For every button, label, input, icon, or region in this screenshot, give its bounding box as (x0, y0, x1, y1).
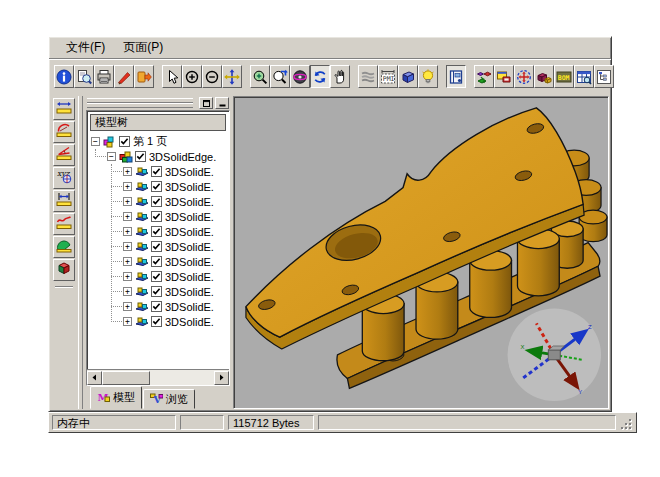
zoom-in-button[interactable] (182, 65, 202, 88)
print-preview-button[interactable] (74, 65, 94, 88)
tree-row-part-10[interactable]: +3DSolidE. (87, 314, 229, 329)
tree-node-label: 3DSolidE. (165, 256, 214, 268)
snapshot-button[interactable] (494, 65, 514, 88)
tree-row-part-1[interactable]: +3DSolidE. (87, 179, 229, 194)
checkbox[interactable] (151, 301, 162, 312)
expander-icon[interactable]: + (123, 182, 132, 191)
orbit-button[interactable] (290, 65, 310, 88)
dock-gripper[interactable] (86, 97, 229, 109)
expander-icon[interactable]: + (123, 167, 132, 176)
markup-pen-button[interactable] (114, 65, 134, 88)
toolbar-group (162, 65, 242, 88)
expander-icon[interactable]: − (91, 137, 100, 146)
measure-area-button[interactable] (53, 236, 75, 258)
expander-icon[interactable]: + (123, 287, 132, 296)
part-node-icon (135, 211, 149, 223)
tab-browse[interactable]: V浏览 (143, 389, 195, 409)
checkbox[interactable] (119, 136, 130, 147)
tree-row-part-0[interactable]: +3DSolidE. (87, 164, 229, 179)
tree-row-part-9[interactable]: +3DSolidE. (87, 299, 229, 314)
checkbox[interactable] (151, 271, 162, 282)
checkbox[interactable] (151, 256, 162, 267)
expander-icon[interactable]: + (123, 317, 132, 326)
pmi-icon: PMI (380, 69, 396, 85)
dock-hide-button[interactable] (215, 97, 229, 109)
measure-radius-button[interactable] (53, 121, 75, 143)
checkbox[interactable] (151, 181, 162, 192)
assembly-node-icon (119, 151, 133, 163)
tree-row-part-8[interactable]: +3DSolidE. (87, 284, 229, 299)
axis-triad: Z Y X (508, 309, 602, 402)
part-node-icon (135, 241, 149, 253)
pan-hand-button[interactable] (330, 65, 350, 88)
bom-button[interactable]: BOM (554, 65, 574, 88)
viewport-3d[interactable]: Z Y X (233, 96, 609, 409)
info-button[interactable] (54, 65, 74, 88)
dock-float-button[interactable] (199, 97, 213, 109)
part-node-icon (135, 196, 149, 208)
zoom-window-button[interactable] (250, 65, 270, 88)
scroll-thumb[interactable] (102, 371, 150, 385)
checkbox[interactable] (151, 316, 162, 327)
measure-volume-button[interactable] (53, 259, 75, 281)
expander-icon[interactable]: + (123, 197, 132, 206)
menu-item-page[interactable]: 页面(P) (114, 37, 172, 58)
views-cube-button[interactable] (398, 65, 418, 88)
tree-hscrollbar[interactable] (87, 369, 229, 385)
scroll-right-button[interactable] (214, 371, 229, 385)
tree-node-label: 3DSolidE. (165, 301, 214, 313)
checkbox[interactable] (151, 211, 162, 222)
tree-connector (111, 321, 122, 322)
rotate-view-button[interactable] (310, 65, 330, 88)
bom-icon: BOM (556, 69, 572, 85)
pmi-button[interactable]: PMI (378, 65, 398, 88)
snapshot-icon (496, 69, 512, 85)
menu-item-file[interactable]: 文件(F) (57, 37, 114, 58)
lights-button[interactable] (418, 65, 438, 88)
pan-axes-button[interactable] (222, 65, 242, 88)
tree-row-part-5[interactable]: +3DSolidE. (87, 239, 229, 254)
tree-row-assembly[interactable]: −3DSolidEdge. (87, 149, 229, 164)
zoom-out-button[interactable] (202, 65, 222, 88)
tree-row-part-4[interactable]: +3DSolidE. (87, 224, 229, 239)
expander-icon[interactable]: − (107, 152, 116, 161)
select-arrow-button[interactable] (162, 65, 182, 88)
expander-icon[interactable]: + (123, 257, 132, 266)
expander-icon[interactable]: + (123, 242, 132, 251)
checkbox[interactable] (151, 166, 162, 177)
rotate-center-button[interactable] (514, 65, 534, 88)
assembly-tree-button[interactable] (474, 65, 494, 88)
tree-row-page[interactable]: −第 1 页 (87, 134, 229, 149)
export-button[interactable] (134, 65, 154, 88)
checkbox[interactable] (151, 196, 162, 207)
structure-tree-button[interactable] (594, 65, 614, 88)
tree-row-part-3[interactable]: +3DSolidE. (87, 209, 229, 224)
render-mode-button[interactable] (358, 65, 378, 88)
checkbox[interactable] (151, 241, 162, 252)
scroll-left-button[interactable] (87, 371, 102, 385)
report-table-button[interactable] (574, 65, 594, 88)
measure-length-button[interactable] (53, 98, 75, 120)
expander-icon[interactable]: + (123, 212, 132, 221)
render-mode-icon (360, 69, 376, 85)
expander-icon[interactable]: + (123, 302, 132, 311)
tree-row-part-6[interactable]: +3DSolidE. (87, 254, 229, 269)
print-button[interactable] (94, 65, 114, 88)
measure-curve-button[interactable] (53, 213, 75, 235)
measure-angle-button[interactable] (53, 144, 75, 166)
tree-row-part-7[interactable]: +3DSolidE. (87, 269, 229, 284)
checkbox[interactable] (135, 151, 146, 162)
tree-row-part-2[interactable]: +3DSolidE. (87, 194, 229, 209)
zoom-dynamic-button[interactable] (270, 65, 290, 88)
checkbox[interactable] (151, 286, 162, 297)
explode-view-button[interactable] (534, 65, 554, 88)
resize-grip[interactable] (620, 418, 633, 431)
expander-icon[interactable]: + (123, 227, 132, 236)
measure-distance-button[interactable] (53, 190, 75, 212)
notebook-button[interactable] (446, 65, 466, 88)
tab-model[interactable]: M模型 (90, 386, 142, 409)
expander-icon[interactable]: + (123, 272, 132, 281)
panel-splitter[interactable] (78, 96, 83, 409)
measure-coordinate-button[interactable]: xyz (53, 167, 75, 189)
checkbox[interactable] (151, 226, 162, 237)
